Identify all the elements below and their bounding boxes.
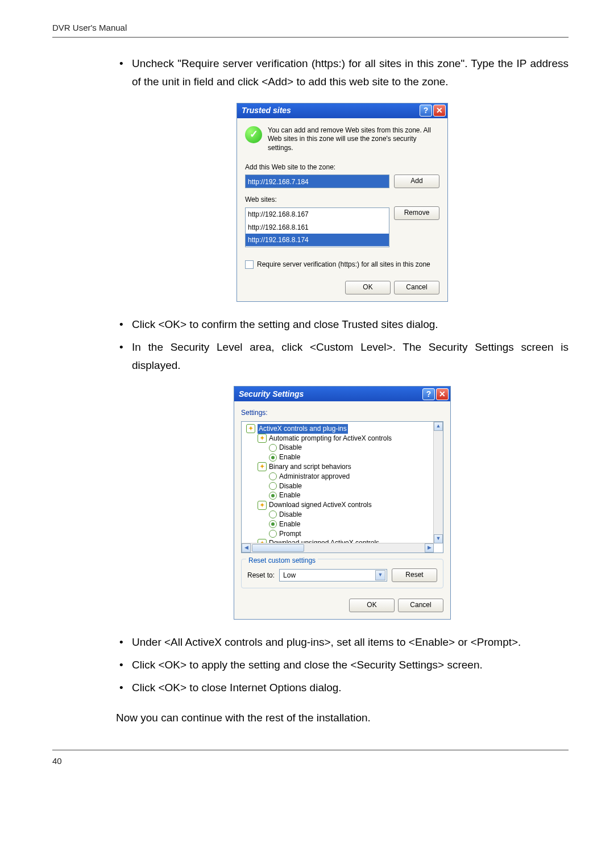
list-item[interactable]: http://192.168.8.167 bbox=[246, 208, 389, 221]
page-header: DVR User's Manual bbox=[52, 23, 569, 37]
gear-icon: ✦ bbox=[258, 462, 267, 471]
header-rule bbox=[52, 37, 569, 38]
reset-group-label: Reset custom settings bbox=[246, 555, 318, 566]
help-icon[interactable]: ? bbox=[420, 105, 432, 117]
gear-icon: ✦ bbox=[258, 434, 267, 443]
option-label: Enable bbox=[279, 520, 300, 529]
bullet-item: Click <OK> to confirm the setting and cl… bbox=[116, 315, 569, 334]
remove-button[interactable]: Remove bbox=[394, 206, 439, 220]
reset-to-label: Reset to: bbox=[247, 570, 275, 581]
tree-group: Automatic prompting for ActiveX controls bbox=[269, 434, 392, 443]
page-number: 40 bbox=[52, 756, 569, 766]
vertical-scrollbar[interactable]: ▲ ▼ bbox=[433, 422, 443, 543]
settings-tree[interactable]: ✦ActiveX controls and plug-ins ✦Automati… bbox=[241, 421, 443, 553]
gear-icon: ✦ bbox=[258, 501, 267, 510]
scroll-down-icon[interactable]: ▼ bbox=[434, 534, 443, 543]
bullet-item: Uncheck "Require server verification (ht… bbox=[116, 55, 569, 92]
dialog-title: Trusted sites bbox=[242, 104, 291, 118]
chevron-down-icon[interactable]: ▼ bbox=[375, 570, 385, 580]
titlebar: Trusted sites ? ✕ bbox=[237, 103, 447, 118]
bullet-item: Under <All ActiveX controls and plug-ins… bbox=[116, 633, 569, 651]
require-https-label: Require server verification (https:) for… bbox=[257, 259, 430, 270]
radio-option[interactable] bbox=[269, 492, 277, 500]
list-item[interactable]: http://192.168.8.174 bbox=[246, 234, 389, 246]
instructions-bottom: Under <All ActiveX controls and plug-ins… bbox=[116, 633, 569, 697]
list-item[interactable]: http://192.168.8.161 bbox=[246, 221, 389, 234]
web-sites-list[interactable]: http://192.168.8.167 http://192.168.8.16… bbox=[245, 207, 389, 247]
radio-option[interactable] bbox=[269, 510, 277, 518]
option-label: Disable bbox=[279, 443, 302, 452]
cancel-button[interactable]: Cancel bbox=[398, 599, 443, 612]
bullet-item: In the Security Level area, click <Custo… bbox=[116, 338, 569, 375]
closing-paragraph: Now you can continue with the rest of th… bbox=[116, 709, 569, 727]
cancel-button[interactable]: Cancel bbox=[394, 281, 439, 294]
add-site-input[interactable]: http://192.168.7.184 bbox=[245, 175, 389, 188]
tree-root[interactable]: ActiveX controls and plug-ins bbox=[258, 424, 348, 434]
scroll-right-icon[interactable]: ▶ bbox=[425, 543, 434, 553]
reset-to-combo[interactable]: Low ▼ bbox=[279, 569, 387, 582]
settings-label: Settings: bbox=[241, 407, 443, 418]
dialog-info-text: You can add and remove Web sites from th… bbox=[268, 126, 439, 153]
scroll-up-icon[interactable]: ▲ bbox=[434, 422, 443, 431]
dialog-title: Security Settings bbox=[239, 388, 304, 401]
close-icon[interactable]: ✕ bbox=[436, 388, 449, 400]
footer-rule bbox=[52, 750, 569, 750]
help-icon[interactable]: ? bbox=[422, 388, 435, 400]
reset-groupbox: Reset custom settings Reset to: Low ▼ Re… bbox=[241, 559, 443, 588]
combo-value: Low bbox=[283, 570, 296, 581]
titlebar: Security Settings ? ✕ bbox=[234, 387, 450, 401]
ok-button[interactable]: OK bbox=[349, 599, 395, 612]
ok-button[interactable]: OK bbox=[345, 281, 391, 294]
bullet-item: Click <OK> to close Internet Options dia… bbox=[116, 679, 569, 697]
add-site-label: Add this Web site to the zone: bbox=[245, 161, 439, 173]
web-sites-label: Web sites: bbox=[245, 194, 439, 205]
trusted-sites-dialog: Trusted sites ? ✕ ✓ You can add and remo… bbox=[237, 103, 448, 302]
option-label: Prompt bbox=[279, 529, 301, 539]
instructions-mid: Click <OK> to confirm the setting and cl… bbox=[116, 315, 569, 375]
tree-group: Binary and script behaviors bbox=[269, 462, 351, 472]
radio-option[interactable] bbox=[269, 530, 277, 538]
radio-option[interactable] bbox=[269, 482, 277, 490]
radio-option[interactable] bbox=[269, 454, 277, 462]
shield-check-icon: ✓ bbox=[245, 126, 262, 143]
tree-group: Download signed ActiveX controls bbox=[269, 500, 372, 510]
option-label: Enable bbox=[279, 491, 300, 500]
gear-icon: ✦ bbox=[246, 424, 255, 433]
bullet-item: Click <OK> to apply the setting and clos… bbox=[116, 656, 569, 674]
option-label: Administrator approved bbox=[279, 472, 350, 481]
close-icon[interactable]: ✕ bbox=[433, 105, 446, 117]
radio-option[interactable] bbox=[269, 444, 277, 452]
scroll-left-icon[interactable]: ◀ bbox=[242, 543, 251, 553]
add-button[interactable]: Add bbox=[394, 175, 439, 188]
instructions-top: Uncheck "Require server verification (ht… bbox=[116, 55, 569, 92]
horizontal-scrollbar[interactable]: ◀ ▶ bbox=[242, 543, 434, 553]
reset-button[interactable]: Reset bbox=[392, 568, 437, 582]
option-label: Disable bbox=[279, 510, 302, 520]
security-settings-dialog: Security Settings ? ✕ Settings: ✦ActiveX… bbox=[234, 386, 451, 619]
option-label: Enable bbox=[279, 452, 300, 462]
radio-option[interactable] bbox=[269, 520, 277, 528]
option-label: Disable bbox=[279, 481, 302, 491]
require-https-checkbox[interactable] bbox=[245, 260, 254, 269]
radio-option[interactable] bbox=[269, 472, 277, 480]
